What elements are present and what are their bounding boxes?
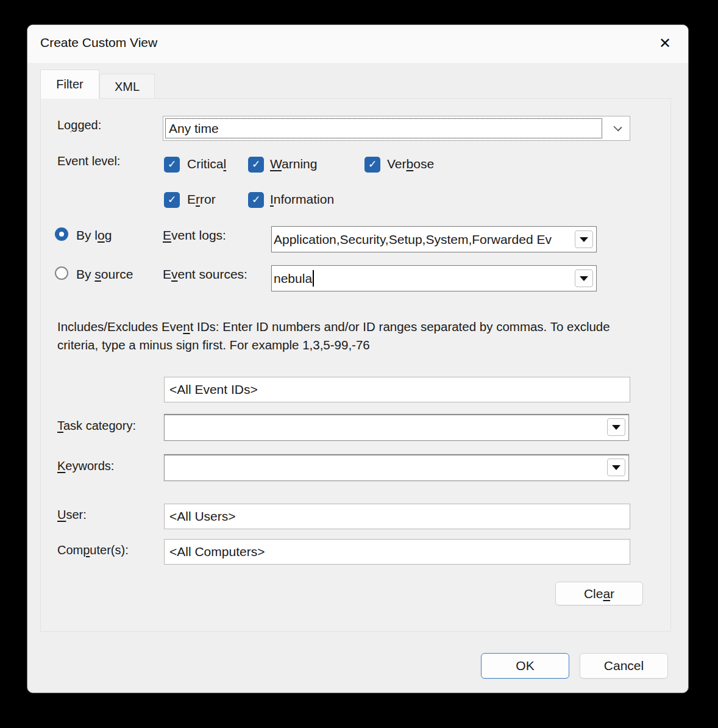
checkbox-verbose[interactable]: ✓ (364, 157, 380, 173)
event-ids-input[interactable]: <All Event IDs> (164, 377, 630, 402)
check-icon: ✓ (252, 194, 260, 205)
event-ids-help-text: Includes/Excludes Event IDs: Enter ID nu… (57, 318, 638, 354)
event-sources-value: nebula (274, 266, 572, 291)
tab-xml[interactable]: XML (99, 74, 155, 99)
event-level-label: Event level: (57, 154, 120, 168)
close-icon[interactable]: ✕ (653, 32, 677, 54)
clear-button[interactable]: Clear (555, 582, 643, 605)
computers-label: Computer(s): (57, 543, 129, 557)
text-caret (313, 270, 314, 287)
dropdown-button[interactable] (607, 459, 625, 476)
create-custom-view-dialog: Create Custom View ✕ Filter XML Logged: … (27, 24, 689, 693)
user-label: User: (57, 508, 87, 522)
check-icon: ✓ (368, 159, 377, 170)
keywords-value (167, 455, 603, 480)
tab-filter[interactable]: Filter (40, 70, 99, 99)
checkbox-information[interactable]: ✓ (248, 192, 264, 208)
triangle-down-icon (612, 465, 620, 470)
computers-input[interactable]: <All Computers> (164, 539, 630, 565)
radio-by-log[interactable] (55, 227, 68, 241)
keywords-label: Keywords: (57, 459, 114, 473)
check-icon: ✓ (252, 159, 260, 170)
task-category-label: Task category: (57, 419, 136, 433)
by-log-label: By log (76, 228, 112, 243)
task-category-value (167, 415, 603, 440)
checkbox-critical[interactable]: ✓ (164, 157, 180, 173)
check-icon: ✓ (168, 194, 176, 205)
event-sources-label: Event sources: (163, 267, 247, 282)
dropdown-button[interactable] (575, 230, 593, 248)
task-category-combobox[interactable] (164, 414, 629, 441)
radio-by-source[interactable] (55, 266, 68, 280)
logged-label: Logged: (57, 118, 101, 132)
chevron-down-icon (613, 123, 622, 131)
filter-tab-page: Logged: Any time Event level: ✓ Critical… (40, 98, 671, 632)
checkbox-error[interactable]: ✓ (164, 192, 180, 208)
event-sources-combobox[interactable]: nebula (271, 265, 597, 291)
event-logs-combobox[interactable]: Application,Security,Setup,System,Forwar… (271, 226, 597, 252)
checkbox-critical-label: Critical (187, 157, 226, 171)
checkbox-error-label: Error (187, 192, 216, 207)
triangle-down-icon (580, 237, 588, 242)
logged-value: Any time (165, 118, 602, 138)
user-input[interactable]: <All Users> (164, 504, 630, 529)
titlebar: Create Custom View ✕ (27, 25, 688, 63)
by-source-label: By source (76, 267, 133, 282)
ok-button[interactable]: OK (481, 653, 569, 679)
keywords-combobox[interactable] (164, 454, 629, 481)
dropdown-button[interactable] (575, 269, 593, 287)
triangle-down-icon (580, 276, 588, 281)
triangle-down-icon (612, 425, 620, 430)
event-logs-value: Application,Security,Setup,System,Forwar… (274, 227, 572, 252)
dropdown-button[interactable] (607, 418, 625, 436)
check-icon: ✓ (168, 159, 176, 170)
checkbox-information-label: Information (270, 192, 334, 207)
dialog-title: Create Custom View (40, 35, 157, 50)
cancel-button[interactable]: Cancel (580, 653, 668, 679)
checkbox-warning-label: Warning (270, 157, 317, 171)
checkbox-verbose-label: Verbose (387, 157, 434, 171)
logged-combobox[interactable]: Any time (163, 116, 630, 141)
checkbox-warning[interactable]: ✓ (248, 157, 264, 173)
event-logs-label: Event logs: (163, 228, 226, 243)
